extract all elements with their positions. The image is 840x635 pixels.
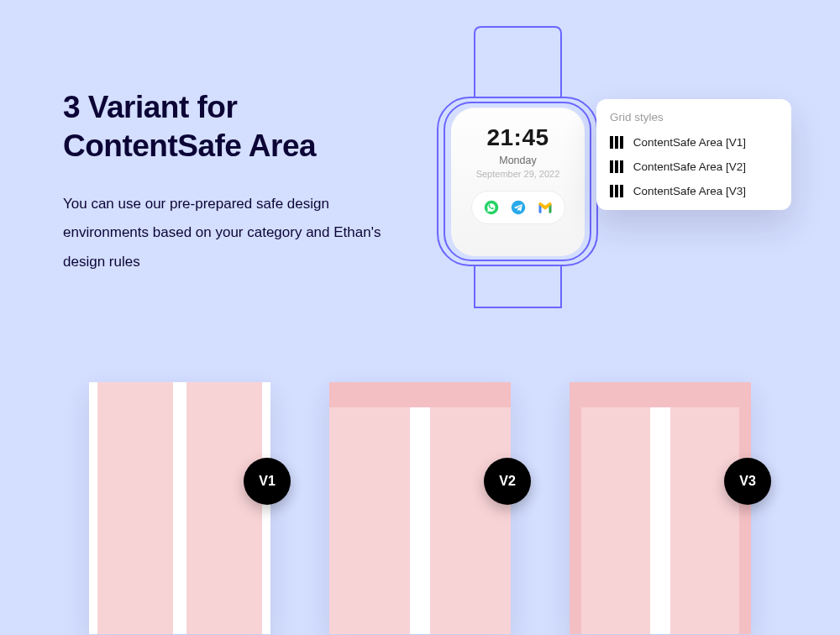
svg-point-4 bbox=[511, 201, 525, 215]
telegram-icon bbox=[511, 200, 526, 215]
layout-side-strip bbox=[739, 382, 751, 634]
whatsapp-icon bbox=[484, 200, 499, 215]
columns-icon bbox=[610, 185, 623, 197]
watch-time: 21:45 bbox=[459, 124, 576, 151]
gmail-icon bbox=[538, 202, 553, 213]
layout-column bbox=[670, 382, 739, 634]
layout-column bbox=[186, 382, 262, 634]
watch-illustration: 21:45 Monday September 29, 2022 bbox=[424, 25, 617, 311]
layout-column bbox=[97, 382, 173, 634]
grid-style-label: ContentSafe Area [V3] bbox=[633, 185, 746, 197]
grid-style-label: ContentSafe Area [V2] bbox=[633, 160, 746, 173]
layout-column bbox=[430, 382, 511, 634]
grid-style-label: ContentSafe Area [V1] bbox=[633, 136, 746, 149]
page-title: 3 Variant for ContentSafe Area bbox=[63, 88, 399, 166]
layout-column bbox=[581, 382, 650, 634]
grid-style-option-v2[interactable]: ContentSafe Area [V2] bbox=[610, 155, 778, 179]
page-description: You can use our pre-prepared safe design… bbox=[63, 190, 399, 278]
columns-icon bbox=[610, 160, 623, 173]
intro-text: 3 Variant for ContentSafe Area You can u… bbox=[63, 88, 399, 277]
grid-style-option-v1[interactable]: ContentSafe Area [V1] bbox=[610, 130, 778, 155]
watch-screen: 21:45 Monday September 29, 2022 bbox=[451, 108, 585, 256]
popover-title: Grid styles bbox=[610, 111, 778, 123]
columns-icon bbox=[610, 136, 623, 149]
variant-badge: V3 bbox=[724, 458, 771, 505]
variant-card-v2[interactable]: V2 bbox=[329, 382, 511, 634]
layout-side-strip bbox=[570, 382, 581, 634]
variant-badge: V1 bbox=[244, 458, 291, 505]
layout-header-strip bbox=[329, 382, 511, 407]
grid-style-option-v3[interactable]: ContentSafe Area [V3] bbox=[610, 179, 778, 203]
layout-header-strip bbox=[570, 382, 751, 407]
variant-card-v3[interactable]: V3 bbox=[570, 382, 751, 634]
watch-date: September 29, 2022 bbox=[459, 169, 576, 179]
grid-styles-popover: Grid styles ContentSafe Area [V1] Conten… bbox=[596, 99, 791, 210]
layout-column bbox=[329, 382, 410, 634]
variant-card-v1[interactable]: V1 bbox=[89, 382, 270, 634]
watch-app-tray bbox=[471, 191, 565, 224]
variant-badge: V2 bbox=[484, 458, 531, 505]
variant-cards-row: V1 V2 V3 bbox=[0, 382, 840, 634]
watch-day: Monday bbox=[459, 155, 576, 166]
